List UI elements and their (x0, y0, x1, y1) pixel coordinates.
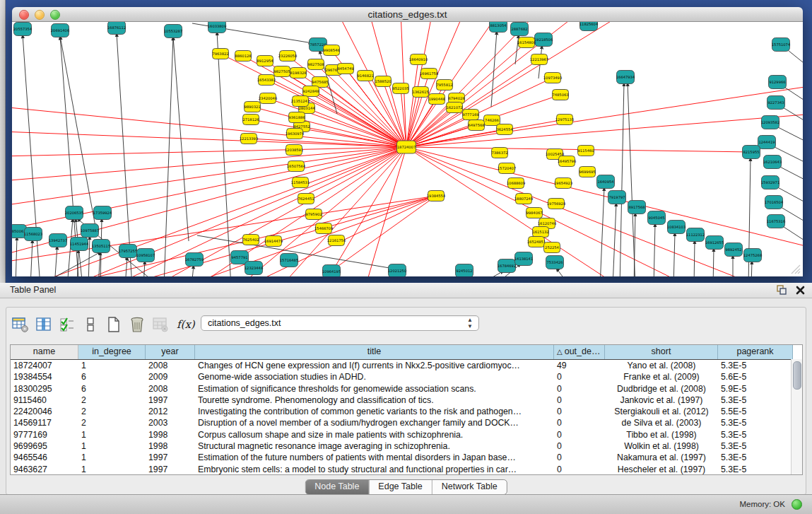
table-row[interactable]: 1872400712008Changes of HCN gene express… (11, 360, 802, 371)
graph-node[interactable]: 1990448 (428, 94, 445, 105)
row-height-button[interactable] (81, 315, 100, 334)
table-cell[interactable]: 2009 (146, 371, 195, 382)
graph-node[interactable]: 20206535 (65, 206, 83, 220)
table-cell[interactable]: 1 (78, 464, 146, 475)
column-header-short[interactable]: short (605, 345, 718, 359)
table-cell[interactable]: 1 (78, 440, 146, 452)
table-cell[interactable]: Corpus callosum shape and size in male p… (195, 429, 554, 440)
graph-node[interactable]: 20691406 (51, 24, 69, 37)
table-cell[interactable]: 1998 (146, 440, 195, 452)
graph-node[interactable]: 11825604 (579, 22, 599, 31)
table-cell[interactable]: 19384554 (11, 371, 78, 382)
graph-node[interactable]: 1621072 (446, 103, 462, 113)
graph-node[interactable]: 9045045 (648, 211, 666, 225)
graph-node[interactable]: 7919797 (608, 191, 626, 204)
table-row[interactable]: 2242004622012Investigating the contribut… (11, 406, 802, 417)
table-cell[interactable]: 5.3E-5 (718, 360, 793, 371)
column-header-year[interactable]: year (146, 345, 195, 359)
table-cell[interactable]: 2008 (146, 383, 195, 395)
column-header-title[interactable]: title (195, 345, 554, 359)
table-cell[interactable]: 5.3E-5 (718, 440, 793, 452)
graph-node[interactable]: 19654923 (554, 178, 572, 189)
graph-node[interactable]: 8860128 (235, 51, 251, 62)
graph-node[interactable]: 9361886 (288, 112, 305, 123)
table-cell[interactable]: Estimation of the future numbers of pati… (195, 452, 554, 463)
graph-node[interactable]: 19218506 (534, 33, 553, 47)
graph-node[interactable]: 17957255 (119, 245, 137, 258)
table-cell[interactable]: 49 (554, 360, 605, 371)
graph-node[interactable]: 12093582 (761, 116, 779, 129)
graph-node[interactable]: 1362615 (412, 87, 428, 98)
table-cell[interactable]: 1997 (146, 464, 195, 475)
table-cell[interactable]: 5.5E-5 (718, 406, 793, 417)
graph-node[interactable]: 15932971 (761, 176, 779, 189)
graph-node[interactable]: 3624554 (496, 124, 513, 135)
table-settings-button[interactable] (11, 315, 30, 334)
graph-node[interactable]: 19384554 (427, 191, 446, 201)
table-cell[interactable]: Dudbridge et al. (2008) (605, 383, 718, 395)
graph-node[interactable]: 9908546 (323, 45, 339, 56)
table-cell[interactable]: Wolkin et al. (1998) (605, 440, 718, 452)
table-chooser-dropdown[interactable]: citations_edges.txt ▲▼ (201, 315, 479, 331)
graph-node[interactable]: 7955812 (436, 80, 452, 90)
graph-node[interactable]: 9777169 (462, 110, 478, 120)
graph-node[interactable]: 8522035 (392, 83, 408, 94)
tab-node-table[interactable]: Node Table (305, 480, 369, 494)
graph-node[interactable]: 16782759 (185, 253, 204, 267)
graph-node[interactable]: 15720407 (498, 163, 516, 174)
tab-edge-table[interactable]: Edge Table (369, 480, 432, 494)
table-cell[interactable]: 5.3E-5 (718, 417, 793, 428)
table-cell[interactable]: 0 (554, 383, 605, 395)
graph-node[interactable]: 8917568 (628, 201, 646, 214)
float-panel-icon[interactable] (776, 284, 787, 296)
table-cell[interactable]: 22420046 (11, 406, 78, 417)
graph-node[interactable]: 11122312 (686, 228, 705, 242)
new-table-button[interactable] (104, 315, 123, 334)
graph-node[interactable]: 16524851 (527, 237, 546, 247)
table-row[interactable]: 977716911998Corpus callosum shape and si… (11, 429, 802, 440)
table-cell[interactable]: 18300295 (11, 383, 78, 395)
table-row[interactable]: 946362711997Embryonic stem cells: a mode… (11, 464, 802, 475)
table-cell[interactable]: Estimation of significance thresholds fo… (195, 383, 554, 395)
graph-node[interactable]: 12213393 (240, 134, 258, 144)
graph-node[interactable]: 10975887 (81, 224, 99, 238)
graph-node[interactable]: 10834103 (667, 221, 686, 234)
graph-node[interactable]: 19756928 (547, 199, 565, 209)
table-cell[interactable]: Structural magnetic resonance image aver… (195, 440, 554, 452)
column-header-in_degree[interactable]: in_degree (78, 345, 146, 359)
graph-node[interactable]: 10553287 (164, 25, 182, 38)
close-window-button[interactable] (19, 10, 29, 20)
table-cell[interactable]: 9777169 (11, 429, 78, 440)
table-cell[interactable]: Changes of HCN gene expression and I(f) … (195, 360, 554, 371)
table-cell[interactable]: 9465546 (11, 452, 78, 463)
table-cell[interactable]: 5.3E-5 (718, 395, 793, 406)
graph-node[interactable]: 9827508 (307, 59, 324, 70)
graph-node[interactable]: 9146821 (357, 71, 373, 81)
graph-node[interactable]: 16961758 (420, 69, 438, 79)
table-cell[interactable]: 6 (78, 371, 146, 382)
graph-node[interactable]: 9827505 (273, 66, 290, 77)
graph-node[interactable]: 14138141 (514, 252, 533, 266)
graph-node[interactable]: 12975135 (555, 115, 574, 125)
table-cell[interactable]: 1998 (146, 429, 195, 440)
select-columns-button[interactable] (34, 315, 53, 334)
table-cell[interactable]: Jankovic et al. (1997) (605, 395, 718, 406)
table-cell[interactable]: 1 (78, 360, 146, 371)
graph-node[interactable]: 17359924 (93, 206, 112, 220)
graph-node[interactable]: 21351243 (291, 96, 310, 107)
table-row[interactable]: 1938455462009Genome-wide association stu… (11, 371, 802, 382)
graph-node[interactable]: 9227343 (767, 96, 785, 110)
table-cell[interactable]: Tourette syndrome. Phenomenology and cla… (195, 395, 554, 406)
graph-node[interactable]: 12038591 (285, 145, 303, 156)
table-cell[interactable]: 0 (554, 371, 605, 382)
table-row[interactable]: 1456911722003Disruption of a novel membe… (11, 417, 802, 428)
table-cell[interactable]: 1 (78, 429, 146, 440)
graph-node[interactable]: 16914479 (264, 236, 283, 247)
graph-node[interactable]: 7386372 (491, 148, 507, 158)
graph-node[interactable]: 18807249 (514, 194, 533, 204)
graph-node[interactable]: 9984067 (526, 208, 542, 218)
graph-node[interactable]: 12475268 (743, 249, 762, 262)
graph-node[interactable]: 15466709 (314, 223, 333, 234)
graph-node[interactable]: 16033809 (208, 22, 226, 33)
graph-node[interactable]: 8813054 (490, 22, 507, 33)
